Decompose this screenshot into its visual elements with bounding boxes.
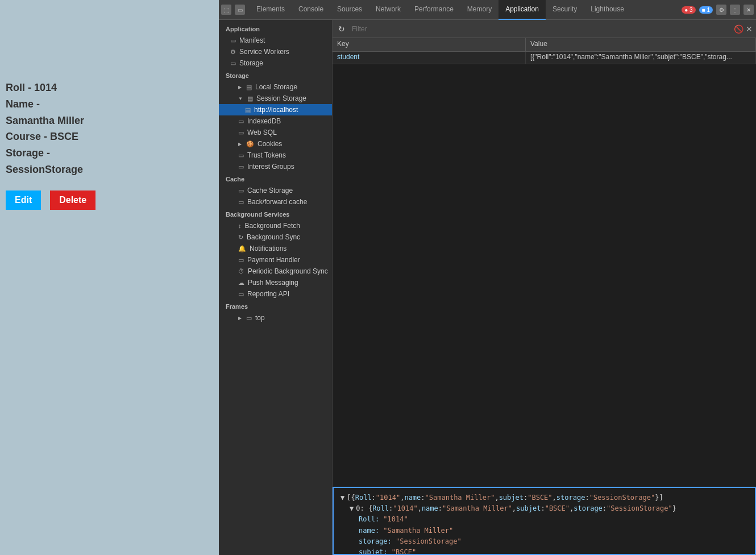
tab-sources[interactable]: Sources	[330, 0, 369, 20]
tab-performance[interactable]: Performance	[408, 0, 460, 20]
page-name: Name - Samantha Miller	[6, 96, 91, 129]
tab-elements[interactable]: Elements	[250, 0, 292, 20]
page-course: Course - BSCE	[6, 129, 91, 145]
inspect-icon[interactable]: ⬚	[221, 5, 231, 15]
local-storage-icon: ▤	[246, 84, 252, 91]
edit-button[interactable]: Edit	[6, 190, 41, 210]
filter-close-button[interactable]: ✕	[746, 24, 753, 34]
more-icon[interactable]: ⋮	[730, 5, 740, 15]
sidebar-item-push-messaging-label: Push Messaging	[248, 279, 298, 287]
notifications-icon: 🔔	[238, 245, 246, 252]
refresh-button[interactable]: ↻	[336, 23, 347, 35]
frames-top-icon: ▭	[246, 314, 252, 322]
sidebar-item-interest-groups-label: Interest Groups	[247, 163, 294, 171]
localhost-icon: ▤	[245, 106, 251, 114]
devtools-tab-bar: ⬚ ▭ Elements Console Sources Network Per…	[219, 0, 756, 20]
sidebar-item-back-forward-cache[interactable]: ▭ Back/forward cache	[219, 196, 332, 208]
sidebar-item-manifest[interactable]: ▭ Manifest	[219, 35, 332, 46]
reporting-api-icon: ▭	[238, 291, 244, 298]
sidebar-item-web-sql-label: Web SQL	[247, 129, 277, 136]
table-area: Key Value student [{"Roll":"1014","name"…	[333, 38, 756, 555]
tab-console[interactable]: Console	[292, 0, 330, 20]
sidebar-item-storage-label: Storage	[239, 59, 263, 67]
sidebar-section-background-services: Background Services	[219, 208, 332, 220]
page-area: Roll - 1014 Name - Samantha Miller Cours…	[0, 0, 219, 555]
cookies-icon: 🍪	[246, 140, 254, 148]
sidebar-item-background-fetch[interactable]: ↕ Background Fetch	[219, 220, 332, 231]
tab-lighthouse[interactable]: Lighthouse	[584, 0, 631, 20]
sidebar-item-payment-handler-label: Payment Handler	[247, 256, 300, 264]
session-storage-icon: ▤	[247, 95, 253, 102]
trust-tokens-icon: ▭	[238, 152, 244, 159]
sidebar-item-localhost-label: http://localhost	[254, 106, 298, 114]
sidebar-item-interest-groups[interactable]: ▭ Interest Groups	[219, 161, 332, 172]
devtools-panel: ⬚ ▭ Elements Console Sources Network Per…	[219, 0, 756, 555]
push-messaging-icon: ☁	[238, 279, 244, 287]
sidebar-item-frames-top[interactable]: ▶ ▭ top	[219, 312, 332, 324]
json-expand-1[interactable]: ▼	[340, 492, 344, 503]
json-expand-2[interactable]: ▼	[350, 503, 354, 514]
sidebar-item-service-workers[interactable]: ⚙ Service Workers	[219, 46, 332, 57]
sidebar-item-service-workers-label: Service Workers	[239, 48, 289, 56]
sidebar-item-indexed-db[interactable]: ▭ IndexedDB	[219, 115, 332, 127]
service-workers-icon: ⚙	[230, 48, 236, 56]
sidebar-item-payment-handler[interactable]: ▭ Payment Handler	[219, 254, 332, 266]
filter-bar: ↻ 🚫 ✕	[333, 20, 756, 38]
json-preview-area: ▼ [{ Roll : "1014" , name : "Samantha Mi…	[333, 487, 756, 555]
cache-storage-icon: ▭	[238, 187, 244, 194]
sidebar-item-background-sync[interactable]: ↻ Background Sync	[219, 231, 332, 243]
web-sql-icon: ▭	[238, 129, 244, 136]
sidebar-item-periodic-background-sync-label: Periodic Background Sync	[248, 267, 328, 275]
tab-application[interactable]: Application	[499, 0, 546, 20]
storage-icon: ▭	[230, 60, 236, 67]
back-forward-cache-icon: ▭	[238, 198, 244, 206]
json-roll-key: Roll:	[359, 514, 379, 525]
col-header-key: Key	[333, 38, 526, 51]
sidebar-item-notifications-label: Notifications	[250, 245, 286, 252]
device-icon[interactable]: ▭	[235, 5, 245, 15]
close-icon[interactable]: ✕	[743, 5, 754, 15]
table-empty-area	[333, 64, 756, 487]
col-header-value: Value	[526, 38, 756, 51]
background-sync-icon: ↻	[238, 234, 243, 241]
devtools-main: Application ▭ Manifest ⚙ Service Workers…	[219, 20, 756, 555]
tab-memory[interactable]: Memory	[460, 0, 499, 20]
delete-button[interactable]: Delete	[50, 190, 95, 210]
sidebar-item-localhost[interactable]: ▤ http://localhost	[219, 104, 332, 115]
tab-bar-icons: ⬚ ▭	[221, 5, 245, 15]
sidebar-item-cache-storage-label: Cache Storage	[247, 187, 293, 194]
json-storage-key: storage:	[359, 536, 392, 547]
sidebar-item-trust-tokens[interactable]: ▭ Trust Tokens	[219, 150, 332, 161]
sidebar-item-trust-tokens-label: Trust Tokens	[247, 151, 286, 159]
sidebar-item-notifications[interactable]: 🔔 Notifications	[219, 243, 332, 254]
settings-icon[interactable]: ⚙	[716, 5, 726, 15]
sidebar-item-periodic-background-sync[interactable]: ⏱ Periodic Background Sync	[219, 266, 332, 277]
cell-key: student	[333, 52, 526, 64]
json-storage-val: "SessionStorage"	[396, 536, 462, 547]
local-storage-arrow: ▶	[238, 85, 242, 90]
sidebar-item-reporting-api-label: Reporting API	[247, 290, 289, 298]
filter-clear-button[interactable]: 🚫	[734, 24, 743, 34]
periodic-background-sync-icon: ⏱	[238, 268, 244, 275]
tab-security[interactable]: Security	[546, 0, 584, 20]
sidebar-item-reporting-api[interactable]: ▭ Reporting API	[219, 288, 332, 300]
sidebar-item-local-storage[interactable]: ▶ ▤ Local Storage	[219, 81, 332, 93]
sidebar-item-manifest-label: Manifest	[239, 36, 265, 44]
sidebar-item-background-fetch-label: Background Fetch	[245, 222, 300, 230]
json-roll-val: "1014"	[383, 514, 408, 525]
sidebar-item-session-storage[interactable]: ▼ ▤ Session Storage	[219, 93, 332, 104]
sidebar-item-push-messaging[interactable]: ☁ Push Messaging	[219, 277, 332, 288]
sidebar-item-storage[interactable]: ▭ Storage	[219, 57, 332, 69]
table-header: Key Value	[333, 38, 756, 52]
json-subjet: subjet: "BSCE"	[340, 547, 748, 555]
sidebar-item-cookies[interactable]: ▶ 🍪 Cookies	[219, 138, 332, 150]
sidebar-item-cookies-label: Cookies	[257, 140, 282, 148]
sidebar-item-web-sql[interactable]: ▭ Web SQL	[219, 127, 332, 138]
filter-input[interactable]	[350, 24, 732, 34]
sidebar-item-background-sync-label: Background Sync	[247, 233, 300, 241]
tab-network[interactable]: Network	[369, 0, 408, 20]
tab-bar-right: ● 3 ■ 1 ⚙ ⋮ ✕	[682, 5, 754, 15]
sidebar-item-cache-storage[interactable]: ▭ Cache Storage	[219, 185, 332, 196]
table-row[interactable]: student [{"Roll":"1014","name":"Samantha…	[333, 52, 756, 64]
sidebar-section-storage: Storage	[219, 69, 332, 81]
